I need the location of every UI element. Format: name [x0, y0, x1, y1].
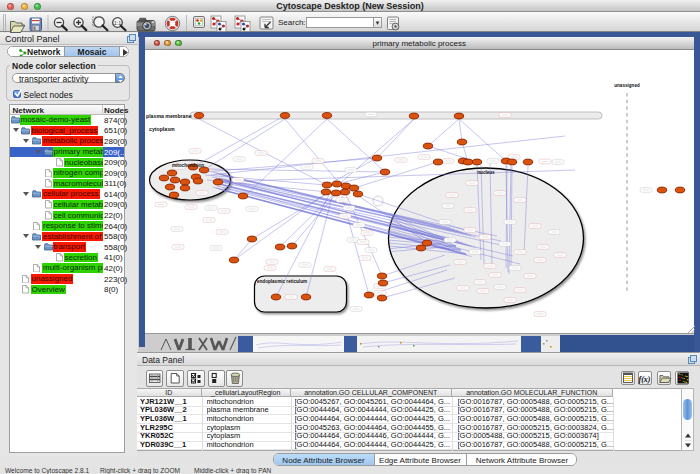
svg-text:cytoplasm: cytoplasm	[149, 126, 175, 132]
svg-text:f(x): f(x)	[638, 375, 650, 384]
svg-text:plasma membrane: plasma membrane	[146, 113, 192, 119]
svg-text:nucleus: nucleus	[477, 170, 495, 175]
svg-text:1:1: 1:1	[114, 20, 121, 26]
svg-text:endoplasmic reticulum: endoplasmic reticulum	[257, 279, 307, 284]
svg-text:mitochondrion: mitochondrion	[171, 163, 203, 168]
svg-text:unassigned: unassigned	[614, 83, 640, 88]
